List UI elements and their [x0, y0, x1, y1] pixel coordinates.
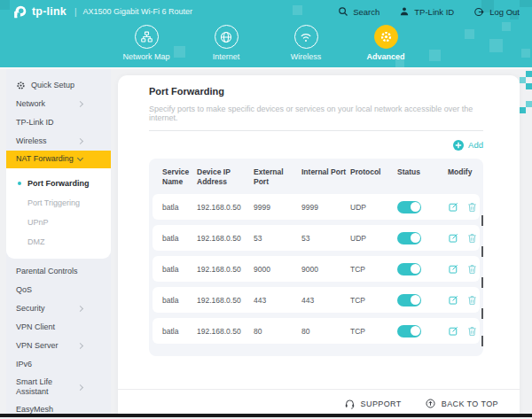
- delete-button[interactable]: [466, 201, 478, 213]
- edit-button[interactable]: [448, 294, 459, 306]
- toggle-knob: [411, 295, 420, 305]
- sidebar-item-vpn-client[interactable]: VPN Client: [6, 318, 111, 337]
- edit-button[interactable]: [448, 232, 459, 244]
- edit-button[interactable]: [448, 325, 459, 337]
- search-icon: [338, 6, 348, 17]
- cell-protocol: TCP: [350, 296, 397, 305]
- tab-wireless[interactable]: Wireless: [266, 25, 346, 61]
- sidebar-item-nat-forwarding[interactable]: NAT Forwarding: [6, 151, 111, 168]
- sidebar-item-ipv6[interactable]: IPv6: [6, 355, 111, 374]
- back-to-top-button[interactable]: BACK TO TOP: [425, 398, 498, 409]
- status-toggle[interactable]: [397, 325, 421, 338]
- cell-device-ip: 192.168.0.50: [197, 234, 254, 243]
- support-button[interactable]: SUPPORT: [344, 398, 402, 409]
- sidebar-item-qos[interactable]: QoS: [6, 281, 111, 299]
- submenu-item-port-forwarding[interactable]: Port Forwarding: [6, 174, 111, 193]
- sidebar-item-label: VPN Server: [16, 341, 78, 351]
- submenu-item-label: Port Forwarding: [27, 179, 90, 188]
- tab-internet[interactable]: Internet: [186, 25, 266, 61]
- cell-protocol: TCP: [350, 265, 397, 274]
- tab-advanced[interactable]: Advanced: [346, 25, 426, 61]
- chevron-right-icon: [77, 343, 83, 349]
- app-header: tp-link | AX1500 Gigabit Wi-Fi 6 Router …: [0, 0, 532, 69]
- delete-button[interactable]: [466, 232, 478, 244]
- edit-icon: [448, 201, 459, 213]
- table-scrollbar-thumb[interactable]: [481, 308, 483, 319]
- cell-external-port: 9999: [254, 203, 301, 212]
- status-toggle[interactable]: [397, 232, 421, 244]
- cell-external-port: 443: [254, 296, 301, 305]
- table-row: batla 192.168.0.50 443 443 TCP: [153, 287, 480, 313]
- submenu-item-label: Port Triggering: [27, 198, 80, 207]
- tab-network-map[interactable]: Network Map: [106, 25, 186, 61]
- cell-protocol: UDP: [350, 203, 397, 212]
- delete-button[interactable]: [466, 325, 478, 337]
- search-button[interactable]: Search: [338, 6, 379, 17]
- delete-button[interactable]: [466, 263, 478, 275]
- sidebar: Quick Setup Network TP-Link ID Wireless …: [6, 69, 111, 417]
- chevron-right-icon: [77, 138, 83, 144]
- table-scrollbar-thumb[interactable]: [481, 215, 483, 226]
- sidebar-item-label: Quick Setup: [31, 81, 93, 90]
- router-model: AX1500 Gigabit Wi-Fi 6 Router: [83, 7, 193, 16]
- trash-icon: [466, 294, 478, 306]
- table-scrollbar-thumb[interactable]: [481, 277, 483, 288]
- main-nav-tabs: Network Map Internet Wireless: [0, 25, 532, 61]
- toggle-knob: [411, 264, 420, 274]
- trash-icon: [466, 232, 478, 244]
- submenu-item-label: UPnP: [27, 218, 49, 227]
- sidebar-item-tplink-id[interactable]: TP-Link ID: [6, 113, 111, 132]
- tab-label: Wireless: [291, 52, 322, 61]
- wifi-icon: [299, 30, 313, 44]
- person-icon: [399, 6, 410, 17]
- page-description: Specify ports to make specific devices o…: [149, 105, 483, 131]
- status-toggle[interactable]: [397, 263, 421, 275]
- status-toggle[interactable]: [397, 294, 421, 306]
- status-toggle[interactable]: [397, 201, 421, 213]
- table-scrollbar-thumb[interactable]: [481, 336, 483, 346]
- table-row: batla 192.168.0.50 53 53 UDP: [153, 225, 480, 251]
- sidebar-item-label: Smart Life Assistant: [16, 377, 78, 398]
- tab-label: Network Map: [122, 52, 169, 61]
- sidebar-item-label: NAT Forwarding: [16, 154, 78, 164]
- submenu-item-dmz[interactable]: DMZ: [6, 232, 111, 252]
- cell-internal-port: 53: [301, 234, 350, 243]
- back-to-top-label: BACK TO TOP: [442, 400, 498, 408]
- arrow-up-circle-icon: [425, 398, 436, 409]
- edit-icon: [448, 294, 459, 306]
- sidebar-item-smart-life-assistant[interactable]: Smart Life Assistant: [6, 374, 111, 400]
- sidebar-item-wireless[interactable]: Wireless: [6, 132, 111, 151]
- cell-external-port: 80: [254, 327, 301, 336]
- trash-icon: [466, 325, 478, 337]
- logout-button[interactable]: Log Out: [473, 6, 520, 18]
- cell-service-name: batla: [162, 327, 197, 336]
- tab-label: Advanced: [366, 52, 404, 61]
- add-label: Add: [468, 140, 483, 150]
- submenu-item-upnp[interactable]: UPnP: [6, 213, 111, 232]
- sidebar-item-security[interactable]: Security: [6, 299, 111, 318]
- logout-icon: [473, 6, 485, 18]
- sidebar-item-label: Security: [16, 304, 78, 314]
- sidebar-item-vpn-server[interactable]: VPN Server: [6, 337, 111, 355]
- sidebar-item-network[interactable]: Network: [6, 95, 111, 113]
- edit-icon: [448, 325, 459, 337]
- column-header-status: Status: [397, 167, 448, 177]
- add-button[interactable]: Add: [149, 131, 483, 159]
- sidebar-item-label: Parental Controls: [16, 267, 78, 276]
- edit-button[interactable]: [448, 201, 459, 213]
- sidebar-item-parental-controls[interactable]: Parental Controls: [6, 262, 111, 281]
- submenu-item-port-triggering[interactable]: Port Triggering: [6, 193, 111, 213]
- sidebar-item-quick-setup[interactable]: Quick Setup: [6, 76, 111, 95]
- edit-button[interactable]: [448, 263, 459, 275]
- gear-icon: [379, 30, 393, 43]
- search-label: Search: [353, 7, 379, 17]
- cell-device-ip: 192.168.0.50: [197, 327, 254, 336]
- delete-button[interactable]: [466, 294, 478, 306]
- tplink-id-button[interactable]: TP-Link ID: [399, 6, 454, 17]
- chevron-right-icon: [77, 384, 83, 390]
- table-scrollbar-thumb[interactable]: [481, 246, 483, 257]
- nat-forwarding-submenu: Port Forwarding Port Triggering UPnP DMZ: [6, 168, 111, 259]
- column-header-external-port: External Port: [254, 167, 301, 186]
- tplink-logo: tp-link: [12, 4, 66, 19]
- divider: |: [74, 7, 77, 17]
